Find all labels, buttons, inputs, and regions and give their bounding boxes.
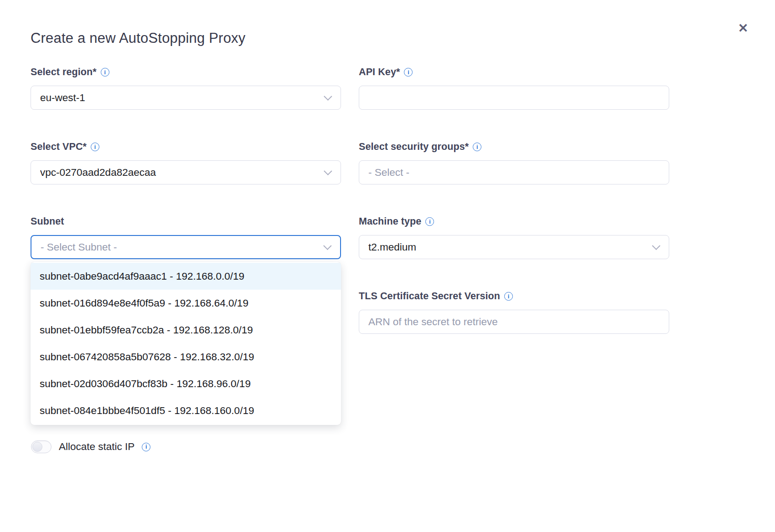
- subnet-option[interactable]: subnet-0abe9acd4af9aaac1 - 192.168.0.0/1…: [31, 263, 341, 290]
- allocate-static-ip-row: Allocate static IP i: [31, 440, 150, 453]
- info-icon[interactable]: i: [473, 143, 481, 151]
- security-groups-placeholder: - Select -: [368, 167, 660, 179]
- tls-secret-label: TLS Certificate Secret Version: [359, 291, 500, 302]
- vpc-value: vpc-0270aad2da82aecaa: [40, 167, 324, 179]
- page-title: Create a new AutoStopping Proxy: [31, 30, 246, 46]
- chevron-down-icon: [324, 167, 332, 175]
- api-key-input[interactable]: [359, 86, 669, 110]
- info-icon[interactable]: i: [91, 143, 99, 151]
- security-groups-select[interactable]: - Select -: [359, 160, 669, 184]
- subnet-placeholder: - Select Subnet -: [41, 241, 323, 253]
- info-icon[interactable]: i: [504, 292, 513, 301]
- machine-type-value: t2.medium: [368, 241, 652, 253]
- subnet-option[interactable]: subnet-016d894e8e4f0f5a9 - 192.168.64.0/…: [31, 290, 341, 317]
- close-icon[interactable]: ✕: [733, 18, 753, 38]
- allocate-static-ip-label: Allocate static IP: [59, 441, 134, 453]
- subnet-option[interactable]: subnet-01ebbf59fea7ccb2a - 192.168.128.0…: [31, 317, 341, 343]
- subnet-label: Subnet: [31, 216, 64, 227]
- region-label: Select region*: [31, 66, 97, 78]
- chevron-down-icon: [323, 241, 331, 250]
- security-groups-field: Select security groups* i - Select -: [359, 141, 669, 184]
- toggle-knob: [32, 442, 42, 452]
- info-icon[interactable]: i: [425, 217, 434, 226]
- api-key-label: API Key*: [359, 66, 400, 78]
- api-key-field: API Key* i: [359, 66, 669, 110]
- info-icon[interactable]: i: [101, 68, 109, 77]
- info-icon[interactable]: i: [142, 443, 150, 451]
- security-groups-label: Select security groups*: [359, 141, 469, 153]
- vpc-select[interactable]: vpc-0270aad2da82aecaa: [31, 160, 341, 184]
- region-field: Select region* i eu-west-1: [31, 66, 341, 110]
- info-icon[interactable]: i: [404, 68, 413, 77]
- chevron-down-icon: [652, 241, 660, 250]
- region-select[interactable]: eu-west-1: [31, 86, 341, 110]
- subnet-field: Subnet - Select Subnet -: [31, 216, 341, 259]
- region-value: eu-west-1: [40, 92, 324, 104]
- subnet-options-dropdown: subnet-0abe9acd4af9aaac1 - 192.168.0.0/1…: [31, 262, 341, 425]
- subnet-option[interactable]: subnet-02d0306d407bcf83b - 192.168.96.0/…: [31, 370, 341, 397]
- subnet-option[interactable]: subnet-084e1bbbe4f501df5 - 192.168.160.0…: [31, 397, 341, 424]
- allocate-static-ip-toggle[interactable]: [31, 440, 52, 453]
- chevron-down-icon: [324, 92, 332, 100]
- tls-secret-field: TLS Certificate Secret Version i: [359, 291, 669, 334]
- tls-secret-input[interactable]: [359, 310, 669, 334]
- subnet-select[interactable]: - Select Subnet -: [31, 235, 341, 259]
- vpc-field: Select VPC* i vpc-0270aad2da82aecaa: [31, 141, 341, 184]
- machine-type-field: Machine type i t2.medium: [359, 216, 669, 259]
- machine-type-label: Machine type: [359, 216, 421, 227]
- subnet-option[interactable]: subnet-067420858a5b07628 - 192.168.32.0/…: [31, 343, 341, 370]
- create-autostopping-proxy-dialog: Create a new AutoStopping Proxy ✕ Select…: [0, 0, 775, 532]
- vpc-label: Select VPC*: [31, 141, 87, 153]
- machine-type-select[interactable]: t2.medium: [359, 235, 669, 259]
